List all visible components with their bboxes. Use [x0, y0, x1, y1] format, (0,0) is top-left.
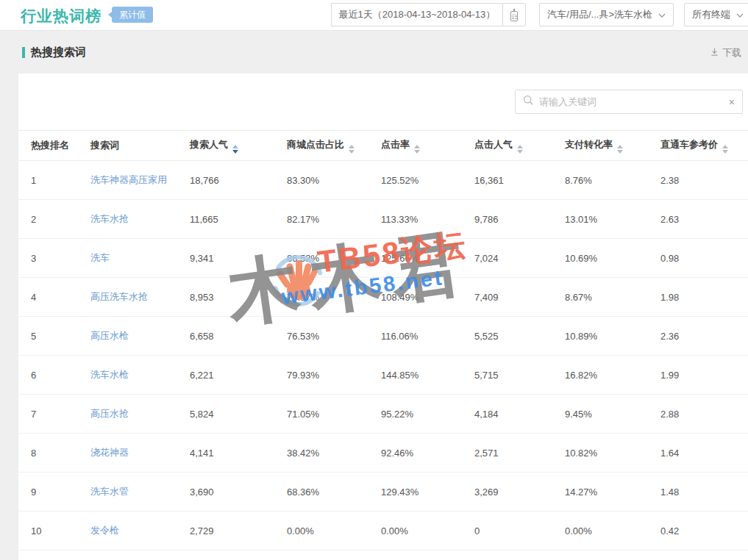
click-rate-cell: 108.49%	[381, 278, 474, 317]
search-popularity-cell: 2,729	[190, 511, 287, 550]
table-row: 6 洗车水枪 6,221 79.93% 144.85% 5,715 16.82%…	[18, 356, 748, 395]
keyword-link[interactable]: 高压洗车水抢	[90, 291, 148, 302]
table-row: 9 洗车水管 3,690 68.36% 129.43% 3,269 14.27%…	[18, 473, 748, 511]
keyword-cell: 浇花神器	[90, 434, 190, 473]
keyword-link[interactable]: 浇花神器	[90, 447, 129, 458]
mall-click-ratio-cell: 82.17%	[287, 200, 381, 239]
keyword-cell: 发令枪	[90, 511, 190, 550]
category-selector[interactable]: 汽车/用品/...具>洗车水枪	[539, 3, 674, 26]
rank-cell: 5	[18, 317, 90, 356]
date-range-selector[interactable]: 最近1天（2018-04-13~2018-04-13）	[331, 3, 503, 26]
sort-icon	[722, 145, 728, 154]
sort-icon	[414, 145, 420, 154]
pay-conversion-cell: 16.82%	[565, 356, 660, 395]
ztc-price-cell: 0.42	[660, 511, 748, 550]
mall-click-ratio-cell: 0.00%	[287, 511, 381, 550]
pay-conversion-cell: 10.69%	[565, 239, 660, 278]
click-rate-cell: 92.46%	[381, 434, 474, 473]
click-popularity-cell: 16,361	[474, 161, 565, 200]
keyword-link[interactable]: 洗车神器高压家用	[90, 174, 167, 185]
col-header-mall-click-ratio[interactable]: 商城点击占比	[287, 131, 381, 161]
download-label: 下载	[722, 46, 741, 60]
rank-cell: 9	[18, 473, 90, 511]
ztc-price-cell: 2.88	[660, 395, 748, 434]
ztc-price-cell: 2.36	[660, 317, 748, 356]
top-bar: 行业热词榜 累计值 最近1天（2018-04-13~2018-04-13） 15…	[0, 0, 748, 31]
pay-conversion-cell: 10.82%	[565, 434, 660, 473]
col-header-click-rate[interactable]: 点击率	[381, 131, 474, 161]
search-icon	[523, 95, 534, 109]
terminal-selector[interactable]: 所有终端	[684, 3, 748, 26]
click-rate-cell: 144.85%	[381, 356, 474, 395]
search-popularity-cell: 11,665	[190, 200, 287, 239]
ztc-price-cell: 1.99	[660, 356, 748, 395]
search-popularity-cell: 8,953	[190, 278, 287, 317]
click-rate-cell: 129.43%	[381, 473, 474, 511]
keyword-link[interactable]: 高压水枪	[90, 330, 129, 341]
date-range-label: 最近1天（2018-04-13~2018-04-13）	[339, 8, 496, 21]
col-header-search-popularity[interactable]: 搜索人气	[190, 131, 287, 161]
click-popularity-cell: 9,786	[474, 200, 565, 239]
rank-cell: 3	[18, 239, 90, 278]
table-body: 1 洗车神器高压家用 18,766 83.30% 125.52% 16,361 …	[18, 161, 748, 550]
keyword-link[interactable]: 洗车水管	[90, 486, 129, 497]
cumulative-badge: 累计值	[112, 7, 153, 23]
keyword-cell: 高压洗车水抢	[90, 278, 190, 317]
mall-click-ratio-cell: 79.93%	[287, 356, 381, 395]
pay-conversion-cell: 10.89%	[565, 317, 660, 356]
click-popularity-cell: 7,024	[474, 239, 565, 278]
rank-cell: 8	[18, 434, 90, 473]
rank-cell: 10	[18, 511, 90, 550]
download-button[interactable]: 下载	[710, 46, 741, 60]
calendar-button[interactable]: 15	[502, 3, 526, 26]
table-row: 8 浇花神器 4,141 38.42% 92.46% 2,571 10.82% …	[18, 434, 748, 473]
category-label: 汽车/用品/...具>洗车水枪	[547, 8, 652, 21]
rank-cell: 4	[18, 278, 90, 317]
content-card: × 热搜排名 搜索词 搜索人气 商城点击占比 点击率 点击人气 支付转化率 直通…	[18, 73, 748, 560]
table-header-row: 热搜排名 搜索词 搜索人气 商城点击占比 点击率 点击人气 支付转化率 直通车参…	[18, 131, 748, 161]
search-popularity-cell: 6,221	[190, 356, 287, 395]
search-popularity-cell: 3,690	[190, 473, 287, 511]
col-header-keyword: 搜索词	[90, 131, 190, 161]
col-header-click-popularity[interactable]: 点击人气	[474, 131, 565, 161]
pay-conversion-cell: 8.67%	[565, 278, 660, 317]
ztc-price-cell: 1.48	[660, 473, 748, 511]
ztc-price-cell: 2.38	[660, 161, 748, 200]
search-popularity-cell: 4,141	[190, 434, 287, 473]
pay-conversion-cell: 13.01%	[565, 200, 660, 239]
click-popularity-cell: 5,715	[474, 356, 565, 395]
page-title: 行业热词榜	[21, 6, 101, 26]
mall-click-ratio-cell: 68.36%	[287, 473, 381, 511]
mall-click-ratio-cell: 38.42%	[287, 434, 381, 473]
table-row: 4 高压洗车水抢 8,953 78.97% 108.49% 7,409 8.67…	[18, 278, 748, 317]
pay-conversion-cell: 8.76%	[565, 161, 660, 200]
mall-click-ratio-cell: 71.05%	[287, 395, 381, 434]
table-row: 5 高压水枪 6,658 76.53% 116.06% 5,525 10.89%…	[18, 317, 748, 356]
keyword-cell: 高压水抢	[90, 395, 190, 434]
click-popularity-cell: 2,571	[474, 434, 565, 473]
rank-cell: 2	[18, 200, 90, 239]
keyword-link[interactable]: 发令枪	[90, 525, 119, 536]
search-popularity-cell: 6,658	[190, 317, 287, 356]
keyword-link[interactable]: 高压水抢	[90, 408, 129, 419]
keyword-cell: 洗车水管	[90, 473, 190, 511]
keyword-link[interactable]: 洗车	[90, 252, 110, 263]
chevron-down-icon	[658, 10, 666, 21]
keyword-link[interactable]: 洗车水抢	[90, 213, 129, 224]
filter-controls: 最近1天（2018-04-13~2018-04-13） 15 汽车/用品/...…	[331, 3, 748, 26]
pay-conversion-cell: 14.27%	[565, 473, 660, 511]
search-popularity-cell: 5,824	[190, 395, 287, 434]
search-input[interactable]	[539, 96, 729, 107]
mall-click-ratio-cell: 86.52%	[287, 239, 381, 278]
col-header-ztc-price[interactable]: 直通车参考价	[660, 131, 748, 161]
col-header-pay-conversion[interactable]: 支付转化率	[565, 131, 660, 161]
table-row: 10 发令枪 2,729 0.00% 0.00% 0 0.00% 0.42	[18, 511, 748, 550]
clear-search-icon[interactable]: ×	[729, 97, 735, 107]
hot-keywords-table: 热搜排名 搜索词 搜索人气 商城点击占比 点击率 点击人气 支付转化率 直通车参…	[18, 130, 748, 550]
rank-cell: 6	[18, 356, 90, 395]
mall-click-ratio-cell: 76.53%	[287, 317, 381, 356]
keyword-link[interactable]: 洗车水枪	[90, 369, 129, 380]
keyword-cell: 洗车水枪	[90, 356, 190, 395]
cumulative-badge-label: 累计值	[119, 10, 146, 20]
ztc-price-cell: 1.98	[660, 278, 748, 317]
